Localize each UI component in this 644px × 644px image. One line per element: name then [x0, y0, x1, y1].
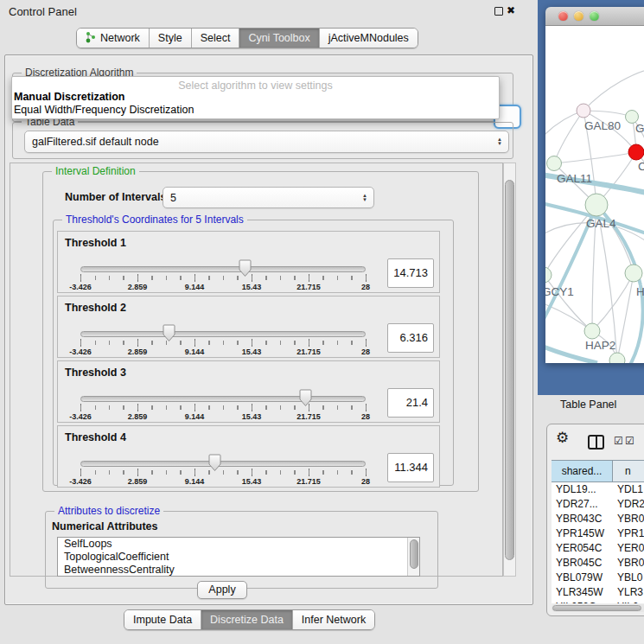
gear-icon[interactable]: ⚙	[556, 429, 569, 446]
tab-impute-data[interactable]: Impute Data	[124, 610, 201, 629]
threshold-3-slider-track[interactable]	[80, 396, 366, 402]
node-label-partial-c: C	[638, 160, 644, 173]
minimize-traffic-light[interactable]	[574, 11, 583, 21]
cell-name: YDR2	[613, 497, 644, 512]
threshold-3-label: Threshold 3	[65, 367, 126, 379]
tick-label: 21.715	[296, 477, 321, 486]
threshold-2-slider-track[interactable]	[80, 331, 366, 337]
table-row[interactable]: YBR043CYBR0	[552, 512, 644, 526]
tab-discretize-data[interactable]: Discretize Data	[201, 610, 293, 629]
cell-name: YBR0	[613, 512, 644, 526]
table-horizontal-scrollbar[interactable]	[552, 604, 644, 612]
table-row[interactable]: YLR345WYLR3	[552, 585, 644, 600]
zoom-traffic-light[interactable]	[590, 11, 599, 21]
table-row[interactable]: YDR27...YDR2	[552, 497, 644, 512]
tab-style[interactable]: Style	[150, 29, 192, 48]
control-panel-titlebar: Control Panel ✖	[0, 0, 536, 22]
float-window-icon[interactable]	[494, 7, 503, 16]
column-header-shared-name[interactable]: shared...	[552, 461, 613, 481]
network-window-titlebar[interactable]	[545, 7, 644, 26]
thresholds-group-title: Threshold's Coordinates for 5 Intervals	[62, 214, 247, 226]
tick-label: 28	[361, 283, 370, 291]
table-row[interactable]: YBR045CYBR0	[552, 556, 644, 571]
table-rows: YDL19...YDL1 YDR27...YDR2 YBR043CYBR0 YP…	[552, 482, 644, 603]
threshold-2-slider-handle[interactable]	[163, 324, 175, 342]
checkbox-icon[interactable]: ☑	[614, 435, 623, 447]
tab-jactivemnodules[interactable]: jActiveMNodules	[320, 29, 418, 48]
settings-scroll-area: Interval Definition Number of Intervals …	[10, 163, 503, 577]
dropdown-option-manual-discretization[interactable]: Manual Discretization	[12, 91, 499, 104]
threshold-2-value-field[interactable]: 6.316	[387, 323, 434, 353]
node-gcy1[interactable]	[545, 267, 552, 283]
tick-label: 21.715	[296, 283, 321, 291]
number-of-intervals-combobox[interactable]: 5 ▲▼	[163, 187, 374, 208]
tab-infer-network[interactable]: Infer Network	[293, 610, 374, 629]
table-row[interactable]: YPR145WYPR1	[552, 526, 644, 541]
node-gal11[interactable]	[547, 156, 562, 171]
tick-label: -3.426	[69, 283, 92, 291]
table-data-combobox[interactable]: galFiltered.sif default node ▲▼	[24, 131, 509, 153]
cell-name: YIL0	[613, 600, 644, 603]
tick-label: 9.144	[185, 283, 205, 291]
threshold-4-panel: Threshold 4 -3.426 2.859 9.144 15.43 21.…	[57, 425, 440, 488]
settings-vertical-scrollbar[interactable]	[503, 163, 516, 577]
tab-discretize-data-label: Discretize Data	[210, 614, 284, 626]
threshold-4-slider-track[interactable]	[80, 461, 366, 467]
tick-label: 21.715	[296, 412, 321, 421]
dropdown-option-equal-width-frequency[interactable]: Equal Width/Frequency Discretization	[12, 104, 499, 117]
node-gal80[interactable]	[577, 104, 590, 118]
node-selected-red[interactable]	[628, 144, 644, 160]
network-canvas[interactable]: GAL80 G. C GAL11 GAL4 GCY1 H HAP2	[545, 26, 644, 363]
node-bottom-partial[interactable]	[609, 353, 625, 363]
tick-label: 2.859	[128, 283, 148, 291]
threshold-3-slider-handle[interactable]	[299, 389, 312, 407]
tab-network[interactable]: Network	[77, 29, 150, 48]
tick-label: 15.43	[242, 348, 262, 356]
cell-name: YBR0	[613, 556, 644, 571]
threshold-1-slider-handle[interactable]	[239, 259, 252, 277]
table-row[interactable]: YIL052CYIL0	[552, 600, 644, 603]
column-layout-icon[interactable]	[588, 435, 604, 450]
slider-minor-ticks	[80, 405, 367, 410]
tick-label: 21.715	[296, 348, 321, 356]
node-gal4[interactable]	[585, 194, 608, 216]
close-traffic-light[interactable]	[558, 11, 568, 21]
threshold-1-value-field[interactable]: 14.713	[387, 258, 434, 288]
list-scrollbar[interactable]	[407, 538, 419, 576]
slider-minor-ticks	[80, 276, 367, 280]
interval-definition-title: Interval Definition	[52, 165, 139, 177]
table-row[interactable]: YER054CYER0	[552, 541, 644, 556]
tab-select[interactable]: Select	[192, 29, 240, 48]
tick-label: 9.144	[185, 348, 205, 356]
threshold-1-slider-track[interactable]	[80, 266, 366, 272]
list-item[interactable]: TopologicalCoefficient	[58, 551, 419, 564]
tick-label: -3.426	[69, 412, 92, 421]
threshold-2-label: Threshold 2	[65, 302, 126, 314]
tick-label: 15.43	[242, 412, 262, 421]
dropdown-placeholder-option[interactable]: Select algorithm to view settings	[12, 77, 499, 91]
cell-shared-name: YBR043C	[552, 512, 613, 526]
cell-shared-name: YLR345W	[552, 585, 613, 600]
tab-cyni-toolbox[interactable]: Cyni Toolbox	[239, 29, 319, 48]
checkbox-icon[interactable]: ☑	[625, 435, 634, 447]
column-header-name[interactable]: n	[613, 461, 644, 481]
apply-button[interactable]: Apply	[197, 581, 247, 599]
combo-spinner-icon: ▲▼	[497, 137, 502, 146]
tick-label: 28	[361, 412, 370, 421]
cell-shared-name: YBR045C	[552, 556, 613, 571]
table-row[interactable]: YDL19...YDL1	[552, 482, 644, 497]
threshold-4-value-field[interactable]: 11.344	[387, 453, 434, 482]
node-partial-h[interactable]	[625, 265, 642, 282]
table-row[interactable]: YBL079WYBL0	[552, 571, 644, 585]
list-item[interactable]: BetweennessCentrality	[58, 564, 419, 577]
threshold-2-panel: Threshold 2 -3.426 2.859 9.144 15.43 21.…	[57, 296, 440, 358]
cell-shared-name: YIL052C	[552, 600, 613, 603]
node-hap2[interactable]	[584, 323, 600, 339]
close-icon[interactable]: ✖	[507, 4, 515, 16]
cell-shared-name: YER054C	[552, 541, 613, 556]
list-item[interactable]: SelfLoops	[58, 538, 419, 551]
threshold-4-slider-handle[interactable]	[208, 454, 221, 472]
threshold-3-value-field[interactable]: 21.4	[387, 388, 434, 418]
cyni-toolbox-panel: Discretization Algorithm Table Data galF…	[4, 54, 533, 605]
tab-impute-data-label: Impute Data	[133, 614, 192, 626]
